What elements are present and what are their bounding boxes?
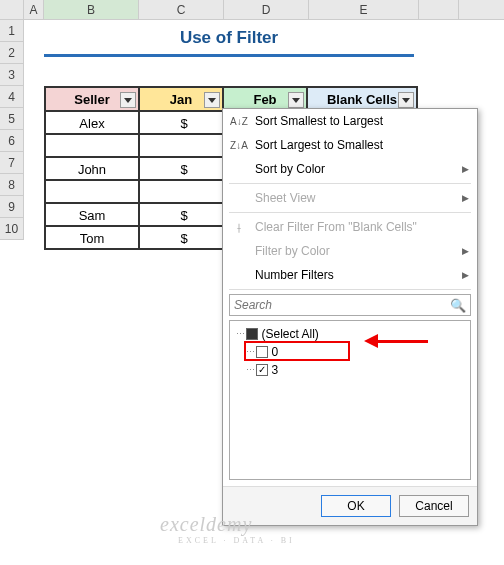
column-headers: A B C D E (0, 0, 504, 20)
cell-seller[interactable] (45, 134, 139, 157)
menu-separator (229, 289, 471, 290)
arrow-line (378, 340, 428, 343)
menu-sort-color[interactable]: Sort by Color ▶ (223, 157, 477, 181)
chevron-right-icon: ▶ (462, 246, 469, 256)
select-all-corner[interactable] (0, 0, 24, 19)
header-jan[interactable]: Jan (139, 87, 223, 111)
cell-seller[interactable]: John (45, 157, 139, 180)
annotation-arrow (364, 334, 428, 348)
filter-context-menu: A↓Z Sort Smallest to Largest Z↓A Sort La… (222, 108, 478, 526)
menu-sort-color-label: Sort by Color (255, 162, 462, 176)
menu-separator (229, 212, 471, 213)
clear-filter-icon: ⟊ (229, 217, 249, 237)
row-header-3[interactable]: 3 (0, 64, 24, 86)
ok-button[interactable]: OK (321, 495, 391, 517)
header-seller[interactable]: Seller (45, 87, 139, 111)
menu-sort-asc-label: Sort Smallest to Largest (255, 114, 469, 128)
checklist-item-0-label: 0 (272, 345, 279, 359)
menu-sort-asc[interactable]: A↓Z Sort Smallest to Largest (223, 109, 477, 133)
checkbox-checked-icon[interactable] (256, 364, 268, 376)
filter-button-blank[interactable] (398, 92, 414, 108)
menu-filter-color-label: Filter by Color (255, 244, 462, 258)
menu-sort-desc-label: Sort Largest to Smallest (255, 138, 469, 152)
header-jan-label: Jan (170, 92, 192, 107)
cell-seller[interactable]: Alex (45, 111, 139, 134)
blank-icon (229, 188, 249, 208)
col-header-c[interactable]: C (139, 0, 224, 19)
search-icon: 🔍 (450, 298, 466, 313)
menu-number-filters[interactable]: Number Filters ▶ (223, 263, 477, 287)
col-header-f[interactable] (419, 0, 459, 19)
chevron-right-icon: ▶ (462, 164, 469, 174)
col-header-e[interactable]: E (309, 0, 419, 19)
watermark-tagline: EXCEL · DATA · BI (178, 536, 295, 545)
chevron-right-icon: ▶ (462, 270, 469, 280)
menu-clear-filter-label: Clear Filter From "Blank Cells" (255, 220, 469, 234)
cell-jan[interactable]: $ (139, 111, 223, 134)
filter-button-seller[interactable] (120, 92, 136, 108)
chevron-right-icon: ▶ (462, 193, 469, 203)
col-header-d[interactable]: D (224, 0, 309, 19)
checklist-select-all[interactable]: ⋯ (Select All) (236, 325, 464, 343)
checkbox-indeterminate-icon[interactable] (246, 328, 258, 340)
header-blank-label: Blank Cells (327, 92, 397, 107)
row-header-10[interactable]: 10 (0, 218, 24, 240)
title-underline (44, 54, 414, 57)
menu-sheet-view: Sheet View ▶ (223, 186, 477, 210)
filter-search-box[interactable]: 🔍 (229, 294, 471, 316)
filter-button-jan[interactable] (204, 92, 220, 108)
cell-seller[interactable]: Tom (45, 226, 139, 249)
filter-checklist: ⋯ (Select All) ⋯ 0 ⋯ 3 (229, 320, 471, 480)
row-header-6[interactable]: 6 (0, 130, 24, 152)
checklist-item-0[interactable]: ⋯ 0 (236, 343, 464, 361)
tree-dots-icon: ⋯ (246, 347, 255, 357)
row-header-7[interactable]: 7 (0, 152, 24, 174)
row-header-8[interactable]: 8 (0, 174, 24, 196)
col-header-b[interactable]: B (44, 0, 139, 19)
cell-jan[interactable]: $ (139, 203, 223, 226)
checklist-item-3-label: 3 (272, 363, 279, 377)
cancel-button[interactable]: Cancel (399, 495, 469, 517)
menu-sort-desc[interactable]: Z↓A Sort Largest to Smallest (223, 133, 477, 157)
cell-seller[interactable] (45, 180, 139, 203)
row-header-2[interactable]: 2 (0, 42, 24, 64)
row-header-9[interactable]: 9 (0, 196, 24, 218)
col-header-a[interactable]: A (24, 0, 44, 19)
cell-jan[interactable]: $ (139, 226, 223, 249)
checklist-item-3[interactable]: ⋯ 3 (236, 361, 464, 379)
cell-jan[interactable]: $ (139, 157, 223, 180)
menu-sheet-view-label: Sheet View (255, 191, 462, 205)
menu-separator (229, 183, 471, 184)
blank-icon (229, 241, 249, 261)
blank-icon (229, 265, 249, 285)
menu-clear-filter: ⟊ Clear Filter From "Blank Cells" (223, 215, 477, 239)
header-seller-label: Seller (74, 92, 109, 107)
menu-button-bar: OK Cancel (223, 486, 477, 525)
sort-desc-icon: Z↓A (229, 135, 249, 155)
sort-asc-icon: A↓Z (229, 111, 249, 131)
arrow-head-icon (364, 334, 378, 348)
tree-dots-icon: ⋯ (246, 365, 255, 375)
cell-seller[interactable]: Sam (45, 203, 139, 226)
search-input[interactable] (234, 298, 450, 312)
checkbox-unchecked-icon[interactable] (256, 346, 268, 358)
page-title: Use of Filter (44, 28, 414, 48)
checklist-select-all-label: (Select All) (262, 327, 319, 341)
menu-filter-color: Filter by Color ▶ (223, 239, 477, 263)
row-header-4[interactable]: 4 (0, 86, 24, 108)
menu-number-filters-label: Number Filters (255, 268, 462, 282)
row-header-5[interactable]: 5 (0, 108, 24, 130)
tree-dots-icon: ⋯ (236, 329, 245, 339)
cell-jan[interactable] (139, 134, 223, 157)
filter-button-feb[interactable] (288, 92, 304, 108)
header-feb-label: Feb (253, 92, 276, 107)
cell-jan[interactable] (139, 180, 223, 203)
blank-icon (229, 159, 249, 179)
row-header-1[interactable]: 1 (0, 20, 24, 42)
